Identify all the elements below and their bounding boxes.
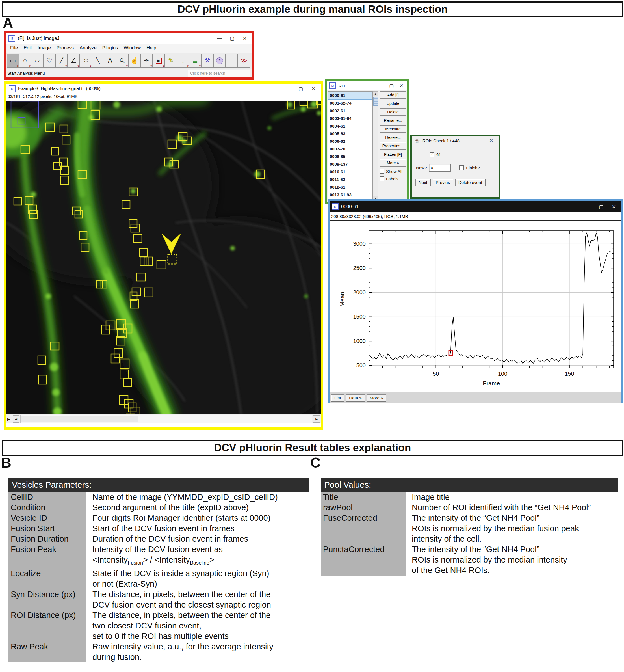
scroll-right-icon[interactable]: ▶ bbox=[313, 415, 320, 423]
wrench-tool[interactable]: ⚒ bbox=[201, 54, 213, 68]
search-input[interactable]: Click here to search bbox=[188, 70, 251, 77]
line-tool[interactable]: ╱ bbox=[55, 54, 68, 68]
scroll-up-icon[interactable]: ▲ bbox=[373, 92, 378, 96]
menu-plugins[interactable]: Plugins bbox=[100, 45, 121, 51]
deselect-button[interactable]: Deselect bbox=[380, 134, 406, 141]
roi-manager-titlebar[interactable]: IJ RO... — ▢ ✕ bbox=[327, 81, 407, 90]
table-b-header: Vesicles Parameters: bbox=[8, 478, 309, 492]
show-all-checkbox[interactable] bbox=[380, 169, 384, 174]
description-line: The distance, in pixels, between the cen… bbox=[93, 610, 309, 621]
roi-list-item[interactable]: 0007-70 bbox=[329, 145, 372, 153]
update-button[interactable]: Update bbox=[380, 100, 406, 107]
previus-button[interactable]: Previus bbox=[433, 179, 453, 186]
delete-button[interactable]: Delete bbox=[380, 108, 406, 116]
menu-help[interactable]: Help bbox=[144, 45, 159, 51]
measure-button[interactable]: Measure bbox=[380, 125, 406, 132]
labels-checkbox[interactable] bbox=[380, 176, 384, 181]
next-button[interactable]: Next bbox=[415, 179, 431, 186]
close-icon[interactable]: ✕ bbox=[486, 138, 496, 144]
properties-button[interactable]: Properties... bbox=[380, 142, 406, 150]
empty-slot[interactable] bbox=[226, 54, 238, 68]
new-value-input[interactable] bbox=[429, 164, 451, 172]
rois-check-titlebar[interactable]: ☕ ROIs Check 1 / 448 ✕ bbox=[412, 136, 498, 145]
roi-list-item[interactable]: 0011-62 bbox=[329, 176, 372, 183]
maximize-icon[interactable]: ▢ bbox=[596, 204, 606, 210]
color-picker-tool[interactable]: ✒ bbox=[140, 54, 153, 68]
description-line: Name of the image (YYMMDD_expID_csID_cel… bbox=[93, 492, 309, 502]
roi-id-checkbox[interactable]: ✓ bbox=[430, 152, 434, 157]
angle-tool[interactable]: ∠ bbox=[68, 54, 80, 68]
rectangle-tool[interactable]: ▭ bbox=[7, 54, 19, 68]
arrow-down-tool[interactable]: ↓ bbox=[177, 54, 189, 68]
roi-list-item[interactable]: 0002-61 bbox=[329, 107, 372, 115]
roi-list[interactable]: 0000-610001-62-740002-610003-61-640004-6… bbox=[328, 91, 373, 201]
roi-list-item[interactable]: 0005-63 bbox=[329, 130, 372, 138]
roi-list-item[interactable]: 0004-61 bbox=[329, 122, 372, 130]
wand-tool[interactable]: ╲ bbox=[92, 54, 104, 68]
roi-list-item[interactable]: 0003-61-64 bbox=[329, 115, 372, 122]
menu-analyze[interactable]: Analyze bbox=[77, 45, 99, 51]
oval-tool[interactable]: ○ bbox=[19, 54, 31, 68]
plot-titlebar[interactable]: IJ 0000-61 — ▢ ✕ bbox=[330, 201, 621, 212]
roi-id-label: 61 bbox=[436, 152, 441, 157]
polygon-tool[interactable]: ▱ bbox=[31, 54, 43, 68]
play-icon[interactable]: ▶ bbox=[7, 417, 12, 421]
menu-image[interactable]: Image bbox=[35, 45, 54, 51]
more-tools[interactable]: ≫ bbox=[238, 54, 250, 68]
roi-list-item[interactable]: 0008-85 bbox=[329, 153, 372, 160]
menu-window[interactable]: Window bbox=[121, 45, 144, 51]
maximize-icon[interactable]: ▢ bbox=[227, 35, 237, 42]
description-line: DCV fusion event and the closest synapti… bbox=[93, 600, 309, 610]
image-window-titlebar[interactable]: IJ Example3_HighBaselineSignal.tif (600%… bbox=[6, 84, 321, 94]
zoom-tool[interactable]: ⚲ bbox=[116, 54, 128, 68]
menu-process[interactable]: Process bbox=[54, 45, 77, 51]
param-name: FuseCorrected bbox=[321, 513, 406, 544]
description-line: The intensity of the “Get NH4 Pool” bbox=[412, 544, 618, 555]
close-icon[interactable]: ✕ bbox=[609, 204, 619, 210]
roi-list-item[interactable]: 0006-62 bbox=[329, 138, 372, 145]
finish-checkbox[interactable] bbox=[459, 166, 464, 170]
stack-slider-track[interactable] bbox=[20, 415, 312, 423]
hand-tool[interactable]: ☝ bbox=[128, 54, 140, 68]
scrollbar-thumb[interactable] bbox=[373, 97, 378, 106]
fluorescence-image-canvas[interactable] bbox=[6, 101, 321, 415]
fiji-titlebar[interactable]: IJ (Fiji Is Just) ImageJ — ▢ ✕ bbox=[6, 33, 252, 44]
flatten-f-button[interactable]: Flatten [F] bbox=[380, 151, 406, 158]
freehand-tool[interactable]: ♡ bbox=[43, 54, 55, 68]
fiji-status-text: Start Analysis Menu bbox=[7, 71, 45, 75]
close-icon[interactable]: ✕ bbox=[398, 83, 405, 89]
menu-edit[interactable]: Edit bbox=[21, 45, 34, 51]
roi-list-item[interactable]: 0009-137 bbox=[329, 160, 372, 168]
scroll-left-icon[interactable]: ◀ bbox=[13, 415, 20, 423]
stack-slider-thumb[interactable] bbox=[21, 416, 138, 422]
roi-list-item[interactable]: 0012-61 bbox=[329, 183, 372, 191]
menu-file[interactable]: File bbox=[7, 45, 21, 51]
pen-tool[interactable]: ✎ bbox=[165, 54, 177, 68]
delete-event-button[interactable]: Delete event bbox=[455, 179, 485, 186]
param-name: Vesicle ID bbox=[8, 513, 86, 523]
minimize-icon[interactable]: — bbox=[214, 35, 225, 41]
rename-button[interactable]: Rename... bbox=[380, 117, 406, 124]
more-button[interactable]: More » bbox=[367, 394, 386, 401]
more-button[interactable]: More » bbox=[380, 159, 406, 167]
roi-list-item[interactable]: 0000-61 bbox=[329, 92, 372, 99]
minimize-icon[interactable]: — bbox=[583, 204, 594, 209]
list-button[interactable]: List bbox=[331, 394, 344, 401]
roi-list-item[interactable]: 0001-62-74 bbox=[329, 99, 372, 107]
maximize-icon[interactable]: ▢ bbox=[295, 86, 306, 92]
maximize-icon[interactable]: ▢ bbox=[388, 83, 395, 89]
close-icon[interactable]: ✕ bbox=[308, 86, 318, 92]
point-tool[interactable]: ∷ bbox=[80, 54, 92, 68]
text-tool[interactable]: A bbox=[104, 54, 116, 68]
data-button[interactable]: Data » bbox=[346, 394, 365, 401]
add-t-button[interactable]: Add [t] bbox=[380, 91, 406, 99]
macro-action-tool[interactable]: ▶ bbox=[153, 54, 165, 68]
roi-list-item[interactable]: 0010-61 bbox=[329, 168, 372, 176]
roi-list-scrollbar[interactable]: ▲ ▼ bbox=[373, 91, 378, 201]
minimize-icon[interactable]: — bbox=[378, 83, 385, 89]
close-icon[interactable]: ✕ bbox=[240, 35, 250, 42]
roi-list-item[interactable]: 0013-61-93 bbox=[329, 191, 372, 198]
stack-list-tool[interactable]: ≣ bbox=[189, 54, 201, 68]
help-tool[interactable]: ? bbox=[213, 54, 226, 68]
minimize-icon[interactable]: — bbox=[283, 86, 293, 92]
